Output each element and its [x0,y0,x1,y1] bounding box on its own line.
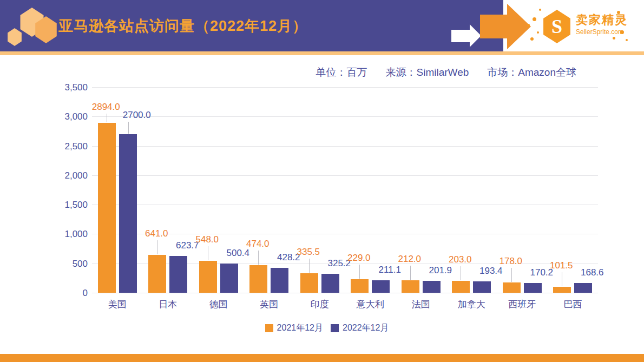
y-tick-label: 2,500 [64,141,88,152]
leader-line [562,272,562,286]
value-label: 474.0 [246,239,270,249]
bar-group-8: 203.0193.4 [446,87,497,293]
x-category-label: 日本 [143,298,194,311]
bar-series2-日本 [169,256,187,293]
y-tick-label: 1,500 [64,200,88,210]
bar-series1-美国 [98,123,116,293]
logo-domain-text: SellerSprite.com [576,28,623,36]
bar-series2-印度 [321,274,339,293]
bar-series1-英国 [249,265,267,293]
leader-line [208,246,208,260]
legend-swatch-icon [265,324,273,332]
sellersprite-logo: S 卖家精灵 SellerSprite.com [526,8,629,45]
bar-group-2: 641.0623.7 [143,87,194,293]
value-label: 178.0 [499,256,522,267]
bar-series2-意大利 [372,280,390,293]
x-category-label: 巴西 [548,298,599,311]
legend-swatch-icon [331,324,339,332]
bar-series2-美国 [119,134,137,293]
legend-item-1[interactable]: 2021年12月 [265,322,323,334]
y-tick-label: 3,500 [64,82,88,93]
bar-series2-加拿大 [473,281,491,293]
leader-line [461,266,461,280]
bar-series1-印度 [300,273,318,293]
value-label: 101.5 [550,260,573,271]
leader-line [107,114,107,122]
bar-group-3: 548.0500.4 [193,87,244,293]
chart-legend: 2021年12月2022年12月 [56,322,598,334]
leader-line [309,259,310,273]
leader-line [128,122,129,134]
x-category-label: 意大利 [345,298,396,311]
leader-line [157,240,157,254]
x-category-label: 德国 [193,298,244,311]
leader-line [511,268,512,282]
bar-series1-德国 [199,261,217,293]
bar-series2-法国 [423,281,441,293]
legend-label: 2022年12月 [343,322,389,334]
bar-series1-意大利 [351,279,369,293]
chart-meta-row: 单位：百万 来源：SimilarWeb 市场：Amazon全球 [0,65,644,80]
bar-series2-英国 [271,268,288,293]
x-category-label: 英国 [244,298,295,311]
header-banner: 亚马逊各站点访问量（2022年12月） S 卖家精灵 SellerSprite.… [0,0,644,51]
value-label: 641.0 [145,228,168,239]
leader-line [258,251,259,265]
value-label: 168.6 [581,267,604,278]
bar-series2-西班牙 [524,283,542,293]
x-category-label: 法国 [396,298,446,311]
bar-series1-巴西 [553,287,571,293]
value-label: 203.0 [449,254,472,265]
y-tick-label: 1,000 [64,229,88,240]
x-axis: 美国日本德国英国印度意大利法国加拿大西班牙巴西 [92,298,598,311]
bar-chart: 05001,0001,5002,0002,5003,0003,500 2894.… [56,87,598,311]
value-label: 212.0 [398,254,421,265]
page-title: 亚马逊各站点访问量（2022年12月） [58,16,307,36]
bar-group-1: 2894.02700.0 [92,87,143,293]
value-label: 2894.0 [92,102,120,113]
bar-series1-日本 [148,255,166,293]
legend-label: 2021年12月 [277,322,323,334]
leader-line [359,265,360,279]
y-tick-label: 2,000 [64,170,88,181]
bar-group-7: 212.0201.9 [396,87,446,293]
bar-series2-巴西 [574,283,592,293]
meta-unit: 单位：百万 [316,65,367,80]
bar-group-10: 101.5168.6 [548,87,599,293]
y-tick-label: 0 [83,288,88,299]
x-category-label: 加拿大 [446,298,497,311]
bar-group-5: 335.5325.2 [294,87,345,293]
value-label: 548.0 [195,234,219,245]
y-tick-label: 3,000 [64,111,88,122]
y-tick-label: 500 [73,259,88,269]
value-label: 335.5 [297,247,320,258]
leader-line [410,266,411,280]
bar-group-9: 178.0170.2 [497,87,548,293]
y-axis: 05001,0001,5002,0002,5003,0003,500 [56,87,92,293]
x-category-label: 西班牙 [497,298,548,311]
bar-series1-法国 [402,280,419,293]
bar-group-4: 474.0428.2 [244,87,295,293]
meta-source: 来源：SimilarWeb [386,65,469,80]
bar-group-6: 229.0211.1 [345,87,396,293]
value-label: 229.0 [347,253,371,264]
footer-strip [0,354,644,362]
bar-series1-加拿大 [452,281,470,293]
legend-item-2[interactable]: 2022年12月 [331,322,389,334]
x-category-label: 美国 [92,298,143,311]
header-divider-strip [0,51,644,55]
x-category-label: 印度 [294,298,345,311]
meta-market: 市场：Amazon全球 [487,65,576,80]
logo-hexagon-icon: S [541,10,573,43]
bar-series2-德国 [220,264,238,293]
plot-area: 2894.02700.0641.0623.7548.0500.4474.0428… [92,87,598,293]
page: 亚马逊各站点访问量（2022年12月） S 卖家精灵 SellerSprite.… [0,0,644,362]
bar-series1-西班牙 [503,282,521,293]
logo-brand-text: 卖家精灵 [576,12,628,28]
